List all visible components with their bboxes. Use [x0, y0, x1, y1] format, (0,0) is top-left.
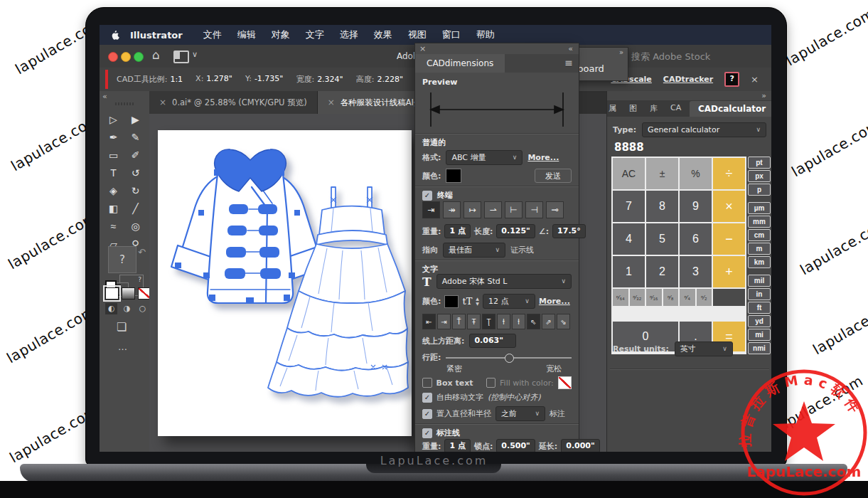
above-line-field[interactable]: 0.063": [469, 334, 516, 348]
size-stepper[interactable]: ▲▼: [476, 297, 479, 306]
text-position-button[interactable]: Ţ: [482, 314, 495, 329]
text-position-button[interactable]: Ŧ: [467, 314, 481, 329]
text-position-button[interactable]: Ť: [452, 314, 466, 329]
end-weight-field[interactable]: 1 点: [444, 224, 470, 238]
fraction-key[interactable]: ⁿ⁄₆₄: [613, 289, 628, 306]
calc-key[interactable]: 4: [613, 223, 645, 255]
collapse-panel-icon[interactable]: «: [568, 44, 573, 53]
calc-key[interactable]: −: [713, 223, 745, 255]
close-tab-icon[interactable]: ×: [159, 97, 166, 107]
menu-item[interactable]: 编辑: [230, 28, 264, 41]
close-panel-icon[interactable]: ×: [419, 44, 426, 53]
selection-tool[interactable]: ▶: [127, 112, 144, 127]
artboards-icon[interactable]: ❏: [117, 320, 127, 334]
panel-tab[interactable]: 属: [607, 100, 628, 117]
cadtracker-link[interactable]: CADtracker: [663, 75, 713, 84]
unit-button[interactable]: mm: [748, 216, 771, 228]
ends-checkbox[interactable]: ✓: [422, 191, 432, 201]
fraction-key[interactable]: ⁿ⁄₄: [680, 289, 695, 306]
arrange-documents-icon[interactable]: [173, 51, 189, 63]
close-window-button[interactable]: [108, 52, 118, 62]
calc-key[interactable]: ×: [713, 191, 745, 222]
slider-thumb[interactable]: [505, 354, 514, 363]
control-field[interactable]: Y:-1.735": [245, 74, 284, 85]
collapse-dock-icon[interactable]: «: [102, 92, 107, 101]
arrowhead-button[interactable]: ⊢: [505, 201, 523, 218]
text-position-button[interactable]: ⇖: [527, 314, 540, 329]
chevron-down-icon[interactable]: ∨: [192, 50, 198, 59]
help-button[interactable]: ?: [724, 72, 739, 87]
artboard[interactable]: [158, 130, 412, 436]
direction-select[interactable]: 最佳面 ∨: [443, 243, 505, 258]
draw-mode-icon[interactable]: ◑: [121, 303, 133, 314]
fraction-key[interactable]: ⁿ⁄₂: [697, 289, 712, 306]
arrowhead-button[interactable]: ⊸: [546, 201, 564, 218]
panel-menu-icon[interactable]: ≡: [564, 57, 573, 68]
app-name[interactable]: Illustrator: [130, 30, 183, 41]
tool-hint-box[interactable]: ?: [108, 246, 136, 273]
control-field[interactable]: 高度:2.228": [356, 74, 403, 85]
type-tool[interactable]: T: [105, 166, 122, 180]
panel-tab[interactable]: 图: [628, 100, 648, 117]
before-select[interactable]: 之前 ∨: [495, 406, 545, 421]
arrowhead-button[interactable]: ⇥: [422, 201, 440, 218]
box-text-checkbox[interactable]: [422, 378, 432, 388]
panel-tab[interactable]: 库: [648, 100, 669, 117]
control-field[interactable]: 宽度:2.324": [296, 74, 343, 85]
calc-key[interactable]: AC: [613, 158, 645, 189]
arrowhead-button[interactable]: ↦: [464, 201, 481, 218]
fill-color-checkbox[interactable]: [486, 378, 496, 388]
text-position-button[interactable]: ⇤: [422, 314, 436, 329]
unit-button[interactable]: yd: [748, 315, 771, 327]
eraser-tool[interactable]: ◈: [105, 184, 122, 198]
tab-caddimensions[interactable]: CADdimensions: [415, 54, 505, 73]
adobe-stock-search[interactable]: 搜索 Adobe Stock: [631, 51, 710, 63]
calc-key[interactable]: 2: [646, 256, 678, 287]
text-position-button[interactable]: ⇗: [542, 314, 555, 329]
unit-button[interactable]: km: [748, 256, 771, 268]
end-angle-field[interactable]: 17.5°: [552, 224, 586, 238]
menu-item[interactable]: 文件: [195, 28, 230, 41]
unit-button[interactable]: m: [748, 243, 771, 255]
format-select[interactable]: ABC 增量 ∨: [446, 150, 523, 165]
control-field[interactable]: X:1.278": [195, 74, 232, 85]
shaper-tool[interactable]: ≈: [105, 219, 122, 233]
arrowhead-button[interactable]: ⊣: [525, 201, 543, 218]
calc-key[interactable]: 3: [680, 256, 712, 287]
fill-none-swatch[interactable]: [558, 376, 572, 389]
send-button[interactable]: 发送: [535, 169, 572, 183]
fraction-key[interactable]: ⁿ⁄₃₂: [630, 289, 645, 306]
pen-tool[interactable]: ✒: [105, 130, 122, 144]
zoom-window-button[interactable]: [134, 52, 144, 62]
menu-item[interactable]: 窗口: [434, 28, 468, 41]
rectangle-tool[interactable]: ▭: [105, 148, 122, 162]
menu-item[interactable]: 帮助: [468, 28, 503, 41]
collapse-dock-icon[interactable]: »: [761, 91, 766, 100]
undo-icon[interactable]: ↶: [138, 247, 146, 258]
rotate-view-tool[interactable]: ↻: [127, 184, 144, 198]
eyedropper-tool[interactable]: ╱: [127, 201, 144, 216]
leader-ext-field[interactable]: 0.000": [561, 439, 600, 452]
arrowhead-button[interactable]: ↠: [443, 201, 461, 218]
leader-weight-field[interactable]: 1 点: [444, 439, 470, 452]
unit-button[interactable]: p: [748, 184, 771, 196]
calc-key[interactable]: 1: [613, 256, 645, 287]
fraction-key[interactable]: ⁿ⁄₁₆: [646, 289, 662, 306]
leading-slider[interactable]: [446, 357, 572, 359]
unit-button[interactable]: ft: [748, 302, 771, 314]
menu-item[interactable]: 对象: [264, 28, 298, 41]
dock-grip[interactable]: [115, 102, 134, 105]
draw-mode-icon[interactable]: ○: [136, 303, 149, 314]
document-tab[interactable]: × 0.ai* @ 25.88% (CMYK/GPU 预览): [149, 91, 318, 114]
tab-cadcalculator[interactable]: CADcalculator: [690, 101, 771, 117]
fill-color-swatch[interactable]: [105, 287, 119, 300]
home-icon[interactable]: ⌂: [152, 48, 160, 62]
symbol-sprayer-tool[interactable]: ◎: [127, 219, 144, 233]
font-select[interactable]: Adobe 宋体 Std L ∨: [436, 274, 572, 289]
text-position-button[interactable]: ƚ: [512, 314, 525, 329]
arrowhead-button[interactable]: ⇀: [484, 201, 502, 218]
leader-lock-field[interactable]: 0.500": [496, 439, 535, 452]
calc-key[interactable]: ±: [646, 158, 678, 189]
calc-key[interactable]: 6: [680, 223, 712, 255]
text-position-button[interactable]: ⇘: [557, 314, 570, 329]
